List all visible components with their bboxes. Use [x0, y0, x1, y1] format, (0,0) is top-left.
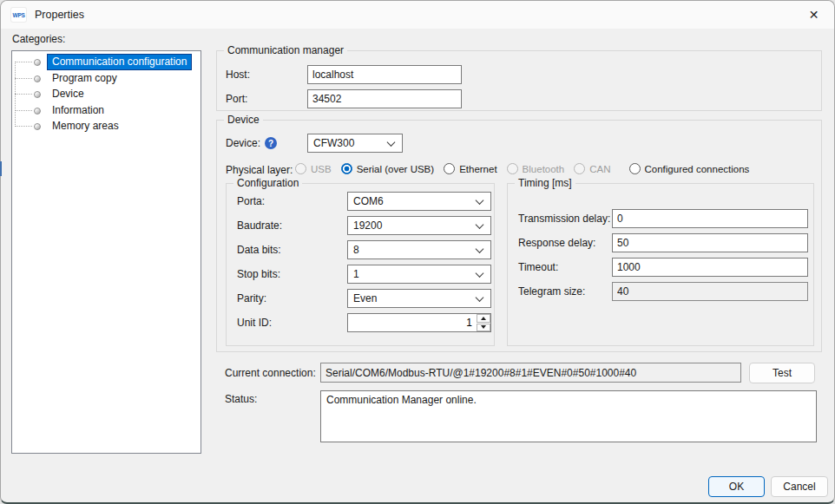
tree-item-program-copy[interactable]: Program copy [12, 71, 201, 86]
tree-branch-line [15, 110, 32, 111]
response-delay-label: Response delay: [518, 233, 595, 252]
data-bits-select[interactable]: 8 [347, 240, 491, 259]
close-button[interactable]: ✕ [793, 1, 834, 28]
tree-item-device[interactable]: Device [12, 87, 201, 101]
port-input[interactable] [307, 89, 462, 108]
status-textarea[interactable]: Communication Manager online. [320, 390, 817, 442]
communication-manager-title: Communication manager [224, 44, 347, 56]
chevron-down-icon [476, 220, 484, 229]
tree-item-communication-configuration[interactable]: Communication configuration [12, 55, 201, 69]
data-bits-label: Data bits: [237, 240, 281, 259]
tree-node-icon [34, 108, 41, 115]
chevron-down-icon [476, 269, 484, 278]
unit-id-label: Unit ID: [237, 313, 272, 332]
spin-up-button[interactable] [477, 314, 490, 323]
ok-button[interactable]: OK [708, 476, 765, 497]
tree-item-memory-areas[interactable]: Memory areas [12, 119, 201, 134]
timing-group: Timing [ms] Transmission delay: Response… [507, 183, 814, 346]
timing-group-title: Timing [ms] [515, 177, 575, 189]
tree-branch-line [15, 62, 32, 62]
tree-item-label: Information [48, 103, 108, 118]
title-bar[interactable]: WPS Properties ✕ [1, 1, 834, 29]
physical-layer-radio-group: USB Serial (over USB) Ethernet Bluetooth… [295, 163, 749, 174]
arrow-up-icon [481, 317, 486, 320]
test-button[interactable]: Test [749, 363, 815, 383]
radio-button-icon [574, 163, 585, 174]
radio-button-icon [444, 163, 455, 174]
tree-item-label: Program copy [48, 71, 122, 86]
device-group: Device Device: ? CFW300 Physical layer: … [216, 120, 822, 352]
device-select-value: CFW300 [313, 137, 354, 149]
radio-configured-connections[interactable]: Configured connections [629, 163, 750, 174]
radio-button-icon [295, 163, 306, 174]
tree-branch-line [15, 126, 32, 127]
chevron-down-icon [476, 293, 484, 302]
stop-bits-select[interactable]: 1 [347, 265, 491, 284]
tree-item-label: Memory areas [48, 119, 123, 134]
current-connection-label: Current connection: [225, 363, 316, 383]
physical-layer-label: Physical layer: [226, 164, 293, 177]
stop-bits-label: Stop bits: [237, 265, 280, 284]
device-group-title: Device [224, 114, 263, 126]
telegram-size-label: Telegram size: [518, 282, 585, 301]
telegram-size-input [612, 282, 808, 301]
configuration-group: Configuration Porta: COM6 Baudrate: 1920… [226, 183, 495, 346]
cancel-button-label: Cancel [783, 481, 815, 493]
parity-select[interactable]: Even [347, 289, 491, 308]
parity-select-value: Even [353, 292, 377, 304]
radio-usb: USB [295, 163, 332, 174]
porta-select[interactable]: COM6 [347, 192, 491, 211]
tree-node-icon [34, 59, 41, 66]
port-label: Port: [226, 89, 247, 108]
radio-button-icon [507, 163, 518, 174]
categories-tree: Communication configuration Program copy… [11, 50, 201, 454]
unit-id-input[interactable] [348, 314, 476, 331]
radio-ethernet[interactable]: Ethernet [444, 163, 496, 174]
communication-manager-group: Communication manager Host: Port: [216, 50, 822, 111]
properties-dialog: WPS Properties ✕ Categories: Communicati… [0, 0, 835, 504]
spinner-buttons [476, 314, 490, 331]
porta-label: Porta: [237, 192, 265, 211]
host-input[interactable] [307, 65, 462, 84]
window-title: Properties [35, 9, 84, 21]
wps-app-icon: WPS [11, 8, 26, 22]
cancel-button[interactable]: Cancel [771, 476, 828, 497]
spin-down-button[interactable] [477, 324, 490, 332]
tree-node-icon [34, 123, 41, 130]
parity-label: Parity: [237, 289, 266, 308]
unit-id-spinner [347, 313, 491, 332]
radio-serial-over-usb[interactable]: Serial (over USB) [341, 163, 434, 174]
wps-logo-text: WPS [13, 12, 25, 18]
radio-can: CAN [574, 163, 610, 174]
radio-bluetooth: Bluetooth [507, 163, 565, 174]
tree-node-icon [34, 75, 41, 82]
host-label: Host: [226, 65, 250, 84]
transmission-delay-label: Transmission delay: [518, 209, 610, 228]
configuration-group-title: Configuration [233, 177, 302, 189]
timeout-input[interactable] [612, 258, 808, 277]
categories-label: Categories: [12, 33, 65, 45]
timeout-label: Timeout: [518, 258, 558, 277]
response-delay-input[interactable] [612, 233, 808, 252]
stop-bits-select-value: 1 [353, 268, 359, 280]
device-select[interactable]: CFW300 [307, 134, 403, 153]
baudrate-select-value: 19200 [353, 219, 382, 232]
arrow-down-icon [481, 325, 486, 329]
current-connection-field[interactable] [320, 363, 741, 383]
help-icon[interactable]: ? [265, 137, 277, 149]
device-label: Device: [226, 134, 260, 153]
background-window-artifact [0, 161, 2, 176]
tree-node-icon [34, 91, 41, 98]
radio-button-icon [629, 163, 641, 174]
baudrate-label: Baudrate: [237, 216, 282, 235]
tree-branch-line [15, 78, 32, 79]
tree-item-information[interactable]: Information [12, 103, 201, 118]
transmission-delay-input[interactable] [612, 209, 808, 228]
chevron-down-icon [476, 196, 484, 205]
baudrate-select[interactable]: 19200 [347, 216, 491, 235]
tree-item-label: Communication configuration [48, 55, 191, 69]
porta-select-value: COM6 [353, 195, 384, 207]
status-label: Status: [225, 390, 257, 408]
test-button-label: Test [773, 367, 792, 379]
radio-button-icon [341, 163, 352, 174]
